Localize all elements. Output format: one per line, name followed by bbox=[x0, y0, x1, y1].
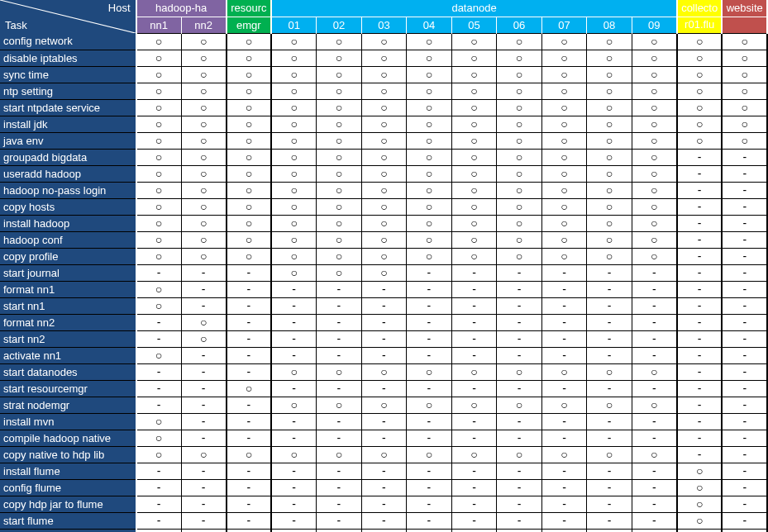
cell bbox=[136, 512, 182, 529]
cell bbox=[677, 463, 723, 479]
cell bbox=[361, 264, 407, 281]
cell bbox=[497, 215, 542, 231]
cell bbox=[227, 330, 272, 347]
cell bbox=[541, 314, 587, 330]
cell bbox=[587, 413, 632, 430]
cell bbox=[632, 397, 677, 413]
cell bbox=[677, 314, 723, 330]
cell bbox=[317, 496, 362, 512]
task-label: start nn2 bbox=[0, 330, 136, 347]
cell bbox=[361, 132, 407, 149]
cell bbox=[181, 314, 227, 330]
cell bbox=[227, 314, 272, 330]
cell bbox=[677, 132, 723, 149]
cell bbox=[181, 430, 227, 446]
cell bbox=[722, 479, 767, 496]
cell bbox=[497, 248, 542, 264]
task-row: activate nn1 bbox=[0, 347, 767, 363]
cell bbox=[632, 248, 677, 264]
cell bbox=[317, 314, 362, 330]
cell bbox=[541, 297, 587, 314]
cell bbox=[722, 66, 767, 83]
host-2-8: 09 bbox=[632, 17, 677, 33]
cell bbox=[722, 281, 767, 297]
cell bbox=[407, 446, 452, 463]
cell bbox=[181, 380, 227, 397]
cell bbox=[677, 66, 723, 83]
cell bbox=[407, 529, 452, 532]
cell bbox=[632, 347, 677, 363]
cell bbox=[407, 149, 452, 165]
cell bbox=[632, 132, 677, 149]
cell bbox=[497, 330, 542, 347]
task-row: format nn1 bbox=[0, 281, 767, 297]
cell bbox=[451, 50, 497, 66]
cell bbox=[677, 281, 723, 297]
cell bbox=[271, 248, 317, 264]
cell bbox=[271, 380, 317, 397]
group-0: hadoop-ha bbox=[136, 0, 227, 17]
cell bbox=[497, 99, 542, 116]
cell bbox=[587, 347, 632, 363]
cell bbox=[271, 281, 317, 297]
cell bbox=[677, 430, 723, 446]
cell bbox=[541, 149, 587, 165]
task-label: java env bbox=[0, 132, 136, 149]
cell bbox=[227, 149, 272, 165]
cell bbox=[632, 149, 677, 165]
cell bbox=[587, 264, 632, 281]
cell bbox=[722, 264, 767, 281]
cell bbox=[541, 83, 587, 99]
cell bbox=[271, 496, 317, 512]
cell bbox=[497, 50, 542, 66]
cell bbox=[136, 529, 182, 532]
cell bbox=[227, 463, 272, 479]
cell bbox=[722, 116, 767, 132]
cell bbox=[361, 446, 407, 463]
task-label: useradd hadoop bbox=[0, 165, 136, 182]
cell bbox=[587, 397, 632, 413]
cell bbox=[677, 413, 723, 430]
cell bbox=[227, 132, 272, 149]
cell bbox=[632, 215, 677, 231]
cell bbox=[587, 132, 632, 149]
cell bbox=[677, 363, 723, 380]
cell bbox=[497, 132, 542, 149]
cell bbox=[632, 66, 677, 83]
task-row: start nn1 bbox=[0, 297, 767, 314]
cell bbox=[587, 430, 632, 446]
cell bbox=[722, 397, 767, 413]
cell bbox=[271, 50, 317, 66]
cell bbox=[497, 66, 542, 83]
cell bbox=[541, 50, 587, 66]
cell bbox=[451, 413, 497, 430]
task-label: disable iptables bbox=[0, 50, 136, 66]
cell bbox=[136, 347, 182, 363]
task-row: install hadoop bbox=[0, 215, 767, 231]
cell bbox=[227, 297, 272, 314]
cell bbox=[317, 248, 362, 264]
cell bbox=[181, 132, 227, 149]
cell bbox=[361, 314, 407, 330]
cell bbox=[677, 149, 723, 165]
cell bbox=[407, 496, 452, 512]
cell bbox=[497, 446, 542, 463]
cell bbox=[587, 149, 632, 165]
cell bbox=[407, 430, 452, 446]
cell bbox=[497, 512, 542, 529]
cell bbox=[541, 479, 587, 496]
cell bbox=[181, 33, 227, 50]
cell bbox=[136, 83, 182, 99]
cell bbox=[677, 479, 723, 496]
cell bbox=[632, 380, 677, 397]
cell bbox=[677, 33, 723, 50]
cell bbox=[271, 413, 317, 430]
task-row: format nn2 bbox=[0, 314, 767, 330]
cell bbox=[361, 413, 407, 430]
cell bbox=[541, 430, 587, 446]
task-label: install flume bbox=[0, 463, 136, 479]
cell bbox=[361, 198, 407, 215]
cell bbox=[451, 198, 497, 215]
cell bbox=[227, 363, 272, 380]
cell bbox=[587, 116, 632, 132]
